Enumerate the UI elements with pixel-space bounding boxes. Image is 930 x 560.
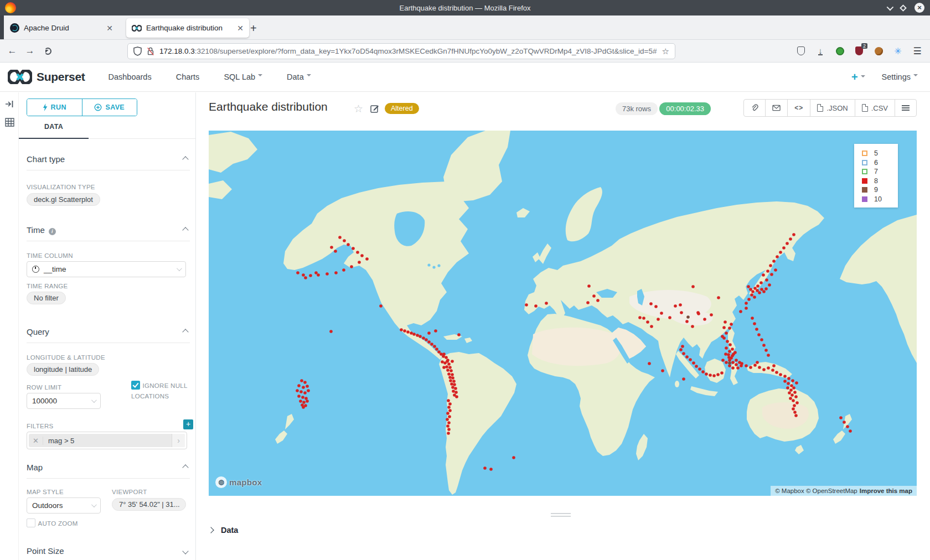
nav-data[interactable]: Data — [287, 72, 311, 81]
legend-item[interactable]: 5 — [862, 149, 898, 158]
ignore-null-checkbox[interactable] — [131, 381, 140, 390]
world-map — [209, 131, 917, 496]
window-minimize-icon[interactable] — [887, 3, 894, 11]
row-limit-label: ROW LIMIT — [27, 384, 61, 391]
back-button[interactable]: ← — [3, 45, 21, 56]
favorite-star-icon[interactable]: ☆ — [354, 102, 363, 115]
url-host: 172.18.0.3 — [159, 47, 195, 55]
viewport-value[interactable]: 7° 35' 54.02" | 31... — [112, 498, 186, 511]
section-chart-type[interactable]: Chart type — [27, 154, 188, 164]
save-button[interactable]: SAVE — [82, 99, 137, 116]
code-icon: <> — [794, 104, 803, 112]
legend-swatch — [862, 187, 867, 193]
tab-earthquake-distribution[interactable]: Earthquake distribution ✕ — [126, 18, 249, 38]
cookie-extension-icon[interactable] — [874, 46, 884, 56]
file-icon — [817, 104, 823, 112]
map-attribution: © Mapbox © OpenStreetMapImprove this map — [771, 486, 917, 496]
url-bar[interactable]: 172.18.0.3 :32108/superset/explore/?form… — [127, 43, 675, 59]
tab-data[interactable]: DATA — [19, 123, 89, 139]
legend-item[interactable]: 6 — [862, 158, 898, 168]
nav-dashboards[interactable]: Dashboards — [108, 72, 151, 81]
viz-type-value[interactable]: deck.gl Scatterplot — [27, 193, 100, 206]
chevron-up-icon — [182, 227, 188, 233]
filter-chip[interactable]: ✕ mag > 5 › — [27, 432, 187, 449]
extension-green-icon[interactable] — [835, 46, 845, 56]
section-query[interactable]: Query — [27, 327, 188, 336]
legend-swatch — [862, 196, 867, 202]
time-column-label: TIME COLUMN — [27, 252, 73, 259]
panel-resize-handle[interactable] — [551, 513, 571, 517]
chevron-down-icon — [177, 266, 182, 271]
downloads-icon[interactable]: ↓ — [815, 46, 825, 56]
email-button[interactable] — [766, 100, 788, 116]
firefox-menu-icon[interactable]: ☰ — [912, 46, 922, 56]
time-range-value[interactable]: No filter — [27, 292, 66, 304]
bookmark-star-icon[interactable]: ☆ — [662, 46, 669, 56]
legend-label: 6 — [874, 159, 878, 167]
time-column-select[interactable]: __time — [27, 261, 186, 277]
chart-menu-button[interactable] — [895, 100, 916, 116]
ignore-null-locations[interactable]: IGNORE NULL LOCATIONS — [131, 380, 193, 401]
nav-sql-lab[interactable]: SQL Lab — [224, 72, 262, 81]
tab-close-icon[interactable]: ✕ — [106, 24, 113, 33]
superset-logo-icon — [8, 70, 32, 84]
reload-button[interactable] — [44, 48, 51, 55]
legend-item[interactable]: 8 — [862, 177, 898, 186]
viz-type-label: VISUALIZATION TYPE — [27, 184, 95, 190]
file-csv-icon — [862, 104, 868, 112]
superset-brand[interactable]: Superset — [8, 70, 85, 84]
extension-flake-icon[interactable]: ✳ — [893, 46, 903, 56]
deckgl-map[interactable]: 5678910 ◍ mapbox © Mapbox © OpenStreetMa… — [209, 131, 917, 496]
nav-charts[interactable]: Charts — [176, 72, 200, 81]
time-range-label: TIME RANGE — [27, 283, 68, 289]
chevron-right-icon[interactable]: › — [172, 434, 185, 447]
forward-button[interactable]: → — [21, 45, 39, 56]
mapbox-logo[interactable]: ◍ mapbox — [215, 476, 262, 488]
run-button[interactable]: RUN — [27, 99, 82, 116]
envelope-icon — [772, 105, 781, 111]
auto-zoom-control[interactable]: AUTO ZOOM — [27, 518, 78, 528]
legend-item[interactable]: 10 — [862, 195, 898, 204]
settings-menu[interactable]: Settings — [882, 72, 918, 81]
section-map[interactable]: Map — [27, 463, 188, 472]
new-tab-button[interactable]: + — [250, 22, 257, 35]
privacy-shield-icon[interactable] — [796, 46, 806, 56]
tab-close-icon[interactable]: ✕ — [237, 24, 244, 33]
legend-label: 8 — [874, 177, 878, 185]
query-duration-badge: 00:00:02.33 — [659, 102, 711, 115]
chart-container: Earthquake distribution ☆ Altered 73k ro… — [197, 92, 930, 560]
attribution-text[interactable]: © Mapbox © OpenStreetMap — [775, 488, 857, 494]
legend-item[interactable]: 9 — [862, 185, 898, 195]
legend-item[interactable]: 7 — [862, 167, 898, 177]
improve-map-link[interactable]: Improve this map — [860, 488, 912, 494]
insecure-lock-icon[interactable] — [147, 46, 154, 56]
section-time[interactable]: Timei — [27, 225, 188, 235]
row-count-badge: 73k rows — [616, 102, 658, 115]
section-point-size[interactable]: Point Size — [27, 546, 188, 556]
remove-filter-icon[interactable]: ✕ — [29, 437, 43, 445]
brand-name: Superset — [37, 70, 85, 84]
lonlat-value[interactable]: longitude | latitude — [27, 363, 99, 376]
chevron-down-icon — [91, 502, 97, 507]
window-maximize-icon[interactable] — [900, 4, 907, 12]
export-json-button[interactable]: .JSON — [810, 100, 855, 116]
new-item-button[interactable]: + — [851, 71, 865, 84]
edit-properties-icon[interactable] — [370, 104, 379, 113]
viewport-label: VIEWPORT — [112, 489, 147, 495]
expand-panel-icon[interactable] — [5, 100, 14, 108]
data-panel-toggle[interactable]: Data — [209, 526, 238, 535]
lonlat-label: LONGITUDE & LATITUDE — [27, 354, 105, 361]
window-close-icon[interactable]: × — [914, 3, 924, 13]
url-path: :32108/superset/explore/?form_data_key=1… — [195, 47, 658, 55]
copy-link-button[interactable] — [744, 100, 766, 116]
export-csv-button[interactable]: .CSV — [855, 100, 895, 116]
shield-permissions-icon[interactable] — [133, 46, 142, 56]
dataset-grid-icon[interactable] — [5, 118, 14, 127]
add-filter-button[interactable]: + — [183, 419, 193, 429]
map-style-select[interactable]: Outdoors — [27, 497, 101, 514]
ublock-extension-icon[interactable]: 2 — [854, 46, 864, 56]
tab-apache-druid[interactable]: Apache Druid ✕ — [4, 18, 118, 38]
auto-zoom-checkbox[interactable] — [27, 518, 35, 527]
row-limit-select[interactable]: 100000 — [27, 393, 101, 409]
embed-code-button[interactable]: <> — [788, 100, 810, 116]
